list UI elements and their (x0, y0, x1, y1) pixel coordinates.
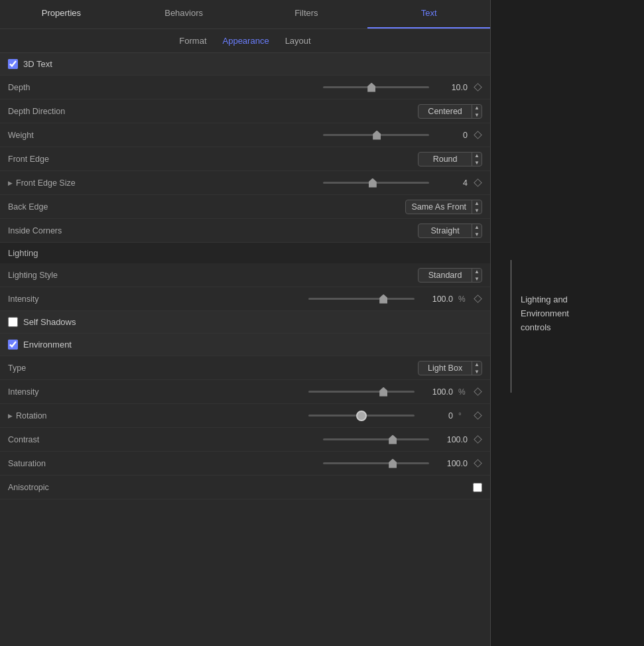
environment-type-label: Type (8, 363, 94, 373)
saturation-label: Saturation (8, 459, 94, 468)
contrast-controls: 100.0 (94, 435, 482, 444)
self-shadows-checkbox[interactable] (8, 317, 18, 327)
lighting-intensity-unit: % (458, 294, 468, 304)
depth-controls: 10.0 (94, 83, 482, 92)
properties-panel: Properties Behaviors Filters Text Format… (0, 0, 491, 646)
front-edge-size-diamond[interactable] (473, 178, 482, 188)
inside-corners-arrows[interactable]: ▲ ▼ (472, 224, 482, 238)
front-edge-size-controls: 4 (94, 178, 482, 188)
rotation-diamond[interactable] (473, 411, 482, 420)
tab-properties[interactable]: Properties (0, 0, 123, 29)
inside-corners-up[interactable]: ▲ (472, 224, 482, 231)
inside-corners-label: Inside Corners (8, 226, 94, 235)
front-edge-label: Front Edge (8, 155, 94, 164)
environment-type-down[interactable]: ▼ (472, 368, 482, 375)
depth-diamond[interactable] (473, 83, 482, 92)
tab-filters[interactable]: Filters (245, 0, 368, 29)
front-edge-down[interactable]: ▼ (472, 159, 482, 166)
scroll-area[interactable]: 3D Text Depth 10.0 Depth Direction Cen (0, 53, 490, 646)
lighting-intensity-controls: 100.0 % (94, 294, 482, 304)
contrast-label: Contrast (8, 435, 94, 444)
environment-intensity-slider[interactable] (308, 391, 415, 393)
environment-intensity-controls: 100.0 % (94, 387, 482, 397)
front-edge-up[interactable]: ▲ (472, 152, 482, 159)
environment-checkbox[interactable] (8, 340, 18, 350)
subtab-appearance[interactable]: Appearance (223, 33, 269, 48)
front-edge-row: Front Edge Round ▲ ▼ (0, 147, 490, 171)
depth-direction-controls: Centered ▲ ▼ (94, 104, 482, 119)
lighting-style-row: Lighting Style Standard ▲ ▼ (0, 263, 490, 287)
environment-type-up[interactable]: ▲ (472, 361, 482, 368)
self-shadows-row[interactable]: Self Shadows (0, 311, 490, 334)
weight-controls: 0 (94, 131, 482, 140)
3d-text-label: 3D Text (23, 59, 52, 69)
lighting-style-stepper[interactable]: Standard ▲ ▼ (418, 268, 482, 283)
rotation-slider[interactable] (308, 415, 415, 417)
rotation-unit: ° (458, 411, 468, 420)
weight-slider[interactable] (323, 134, 429, 136)
tab-text[interactable]: Text (367, 0, 490, 29)
front-edge-arrows[interactable]: ▲ ▼ (472, 152, 482, 166)
depth-direction-down[interactable]: ▼ (472, 111, 482, 119)
environment-type-controls: Light Box ▲ ▼ (94, 361, 482, 375)
environment-type-row: Type Light Box ▲ ▼ (0, 356, 490, 380)
depth-direction-arrows[interactable]: ▲ ▼ (472, 104, 482, 119)
back-edge-row: Back Edge Same As Front ▲ ▼ (0, 195, 490, 219)
back-edge-down[interactable]: ▼ (472, 207, 482, 214)
inside-corners-stepper[interactable]: Straight ▲ ▼ (418, 224, 482, 238)
environment-row[interactable]: Environment (0, 334, 490, 356)
expand-front-edge-size[interactable]: ▶ (8, 180, 13, 186)
back-edge-stepper[interactable]: Same As Front ▲ ▼ (405, 200, 482, 214)
tab-behaviors[interactable]: Behaviors (123, 0, 245, 29)
annotation-text-line1: Lighting and (521, 293, 569, 307)
weight-diamond[interactable] (473, 131, 482, 140)
lighting-style-arrows[interactable]: ▲ ▼ (472, 268, 482, 283)
self-shadows-label: Self Shadows (23, 317, 76, 327)
3d-text-row[interactable]: 3D Text (0, 53, 490, 76)
environment-intensity-value: 100.0 (420, 387, 453, 397)
front-edge-size-label: ▶ Front Edge Size (8, 178, 94, 188)
sidebar-annotation: Lighting and Environment controls (504, 253, 569, 393)
lighting-intensity-slider[interactable] (308, 298, 415, 300)
lighting-style-down[interactable]: ▼ (472, 275, 482, 283)
depth-slider[interactable] (323, 86, 429, 88)
environment-label: Environment (23, 340, 72, 350)
front-edge-size-row: ▶ Front Edge Size 4 (0, 171, 490, 195)
environment-intensity-diamond[interactable] (473, 387, 482, 397)
saturation-value: 100.0 (434, 459, 468, 468)
contrast-slider[interactable] (323, 438, 429, 440)
subtab-format[interactable]: Format (179, 33, 206, 48)
weight-value: 0 (434, 131, 468, 140)
environment-intensity-label: Intensity (8, 387, 94, 397)
contrast-diamond[interactable] (473, 435, 482, 444)
back-edge-arrows[interactable]: ▲ ▼ (472, 200, 482, 214)
weight-row: Weight 0 (0, 123, 490, 147)
expand-rotation[interactable]: ▶ (8, 413, 13, 419)
depth-row: Depth 10.0 (0, 76, 490, 99)
saturation-diamond[interactable] (473, 459, 482, 468)
lighting-intensity-value: 100.0 (420, 294, 453, 304)
front-edge-stepper[interactable]: Round ▲ ▼ (418, 152, 482, 166)
lighting-style-controls: Standard ▲ ▼ (94, 268, 482, 283)
back-edge-up[interactable]: ▲ (472, 200, 482, 207)
rotation-value: 0 (420, 411, 453, 420)
subtab-layout[interactable]: Layout (285, 33, 311, 48)
environment-type-arrows[interactable]: ▲ ▼ (472, 361, 482, 375)
3d-text-checkbox[interactable] (8, 59, 18, 69)
rotation-label: ▶ Rotation (8, 411, 94, 420)
inside-corners-down[interactable]: ▼ (472, 231, 482, 238)
depth-direction-stepper[interactable]: Centered ▲ ▼ (418, 104, 482, 119)
tab-bar: Properties Behaviors Filters Text (0, 0, 490, 29)
lighting-style-up[interactable]: ▲ (472, 268, 482, 275)
anisotropic-label: Anisotropic (8, 483, 94, 492)
depth-label: Depth (8, 83, 94, 92)
lighting-intensity-diamond[interactable] (473, 294, 482, 304)
saturation-slider[interactable] (323, 462, 429, 464)
front-edge-size-slider[interactable] (323, 182, 429, 184)
depth-direction-up[interactable]: ▲ (472, 104, 482, 111)
anisotropic-checkbox[interactable] (473, 483, 482, 492)
annotation-text-line2: Environment (521, 307, 569, 321)
annotation-text-line3: controls (521, 321, 569, 335)
anisotropic-controls (94, 483, 482, 492)
environment-type-stepper[interactable]: Light Box ▲ ▼ (418, 361, 482, 375)
